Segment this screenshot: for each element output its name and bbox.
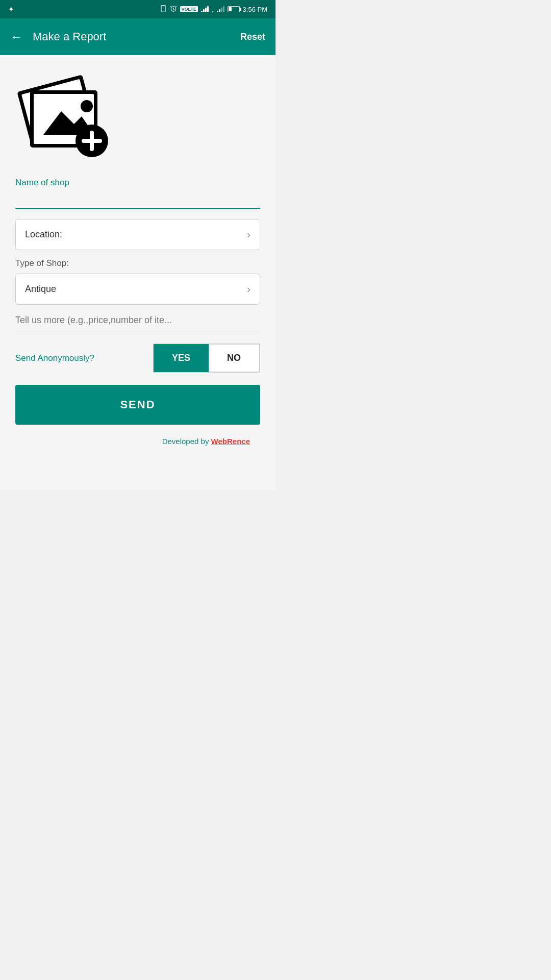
footer: Developed by WebRence: [15, 433, 260, 446]
volte-badge: VOLTE: [180, 6, 198, 12]
type-of-shop-label: Type of Shop:: [15, 258, 260, 268]
chevron-right-icon-2: ›: [247, 283, 251, 295]
shop-name-input[interactable]: [15, 191, 260, 209]
location-label: Location:: [25, 229, 62, 240]
page-title: Make a Report: [33, 30, 240, 43]
status-bar: ✦ VOLTE , 3:56 PM: [0, 0, 276, 18]
svg-rect-0: [161, 5, 165, 12]
shop-type-picker[interactable]: Antique ›: [15, 274, 260, 305]
send-button[interactable]: SEND: [15, 385, 260, 425]
tell-more-input[interactable]: [15, 313, 260, 331]
no-button[interactable]: NO: [209, 344, 260, 372]
location-picker[interactable]: Location: ›: [15, 219, 260, 250]
send-anon-label: Send Anonymously?: [15, 353, 153, 363]
chevron-right-icon: ›: [247, 229, 251, 240]
app-bar: ← Make a Report Reset: [0, 18, 276, 55]
yes-button[interactable]: YES: [154, 344, 209, 372]
reset-button[interactable]: Reset: [240, 32, 265, 42]
alarm-icon: [170, 5, 177, 14]
battery-icon: [228, 6, 240, 12]
back-button[interactable]: ←: [10, 30, 22, 44]
footer-brand[interactable]: WebRence: [211, 437, 250, 446]
signal-strength-2: [217, 6, 224, 12]
shop-name-field: Name of shop: [15, 178, 260, 219]
form-content: Name of shop Location: › Type of Shop: A…: [0, 55, 276, 490]
shop-type-value: Antique: [25, 284, 56, 295]
comma-separator: ,: [212, 6, 214, 13]
phone-icon: [160, 5, 167, 14]
usb-icon: ✦: [8, 5, 14, 13]
send-anonymously-row: Send Anonymously? YES NO: [15, 344, 260, 373]
image-picker-area[interactable]: [15, 65, 260, 167]
time-display: 3:56 PM: [243, 6, 267, 13]
add-photo-icon[interactable]: [15, 65, 117, 167]
svg-point-8: [81, 100, 93, 112]
signal-strength-1: [201, 6, 209, 12]
footer-text: Developed by: [162, 437, 211, 446]
type-of-shop-section: Type of Shop: Antique ›: [15, 258, 260, 305]
anon-toggle: YES NO: [153, 344, 260, 373]
shop-name-label: Name of shop: [15, 178, 260, 188]
